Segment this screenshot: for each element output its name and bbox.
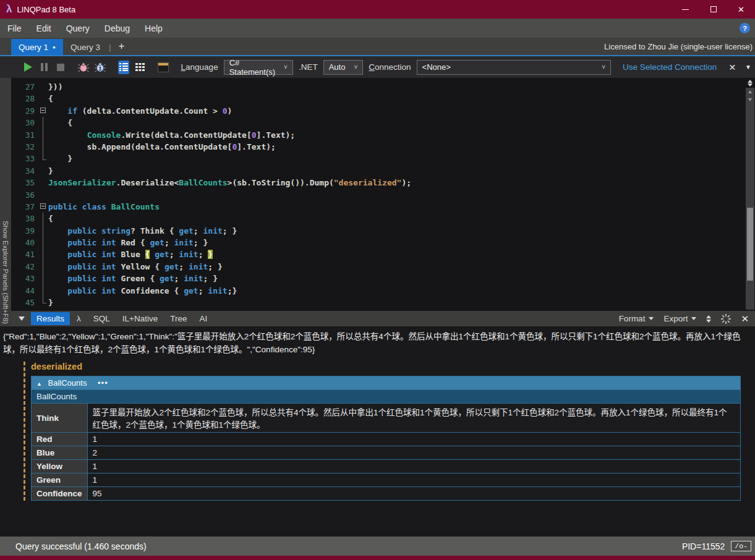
results-header-actions: Format Export ✕ — [619, 313, 749, 325]
run-button[interactable] — [22, 61, 33, 74]
line-number: 41 — [11, 248, 38, 260]
code-line-27[interactable]: 27})) — [11, 81, 755, 93]
query-tab-query-3[interactable]: Query 3 — [63, 39, 108, 55]
code-line-31[interactable]: 31 Console.Write(delta.ContentUpdate[0].… — [11, 129, 755, 141]
collapse-results-icon[interactable] — [19, 316, 25, 321]
results-tab-sql[interactable]: SQL — [88, 312, 116, 325]
dotnet-label: .NET — [299, 62, 318, 72]
dump-row-yellow[interactable]: Yellow1 — [32, 460, 741, 473]
fold-gutter[interactable] — [38, 105, 48, 117]
results-tab-il-native[interactable]: IL+Native — [117, 312, 163, 325]
editor-scrollbar[interactable] — [745, 78, 755, 311]
code-line-39[interactable]: 39 public string? Think { get; init; } — [11, 225, 755, 237]
language-dropdown[interactable]: C# Statement(s) ˅ — [224, 60, 293, 75]
code-line-37[interactable]: 37public class BallCounts — [11, 201, 755, 213]
results-tab-ai[interactable]: AI — [194, 312, 213, 325]
menu-item-debug[interactable]: Debug — [97, 21, 137, 36]
rich-text-results-button[interactable] — [118, 61, 129, 74]
format-dropdown[interactable]: Format — [619, 314, 654, 323]
menu-bar: FileEditQueryDebugHelp ? — [0, 19, 755, 38]
code-line-43[interactable]: 43 public int Green { get; init; } — [11, 273, 755, 284]
help-icon[interactable]: ? — [740, 23, 750, 33]
code-line-30[interactable]: 30 { — [11, 117, 755, 129]
code-text: public int Red { get; init; } — [48, 237, 208, 248]
debug-first-statement-button[interactable]: 1 — [95, 61, 106, 74]
refresh-spinner-icon[interactable] — [721, 314, 731, 324]
dump-table-header[interactable]: ▲ BallCounts ••• — [32, 376, 741, 390]
scroll-up-arrow[interactable] — [746, 88, 754, 96]
menu-item-edit[interactable]: Edit — [29, 21, 59, 36]
fold-guide-line — [43, 153, 46, 159]
code-line-32[interactable]: 32 sb.Append(delta.ContentUpdate[0].Text… — [11, 141, 755, 153]
fold-gutter — [38, 117, 48, 129]
code-line-29[interactable]: 29 if (delta.ContentUpdate.Count > 0) — [11, 105, 755, 117]
pause-icon — [41, 63, 48, 71]
code-area: 27}))28{29 if (delta.ContentUpdate.Count… — [11, 81, 755, 308]
code-line-34[interactable]: 34} — [11, 165, 755, 177]
use-selected-connection-link[interactable]: Use Selected Connection — [623, 62, 717, 72]
splitter-handle-icon[interactable] — [748, 78, 753, 88]
dump-row-blue[interactable]: Blue2 — [32, 446, 741, 460]
results-tab-results[interactable]: Results — [31, 312, 70, 325]
code-line-38[interactable]: 38{ — [11, 213, 755, 224]
menu-item-help[interactable]: Help — [137, 21, 170, 36]
dump-row-value: 95 — [87, 487, 740, 501]
collapse-table-icon[interactable]: ▲ — [36, 381, 42, 387]
query-tab-query-1[interactable]: Query 1● — [11, 39, 63, 55]
close-results-button[interactable]: ✕ — [741, 313, 749, 325]
panel-layout-icon — [158, 62, 169, 72]
scrollbar-thumb[interactable] — [747, 208, 753, 281]
pause-button[interactable] — [39, 61, 50, 74]
code-text: Console.Write(delta.ContentUpdate[0].Tex… — [48, 129, 295, 141]
code-line-35[interactable]: 35JsonSerializer.Deserialize<BallCounts>… — [11, 177, 755, 189]
connection-dropdown[interactable]: <None> ˅ — [417, 60, 611, 75]
code-text: })) — [48, 81, 62, 93]
scroll-down-arrow[interactable] — [746, 96, 754, 104]
code-line-44[interactable]: 44 public int Confidence { get; init;} — [11, 285, 755, 297]
export-dropdown[interactable]: Export — [663, 314, 696, 323]
results-tab-λ[interactable]: λ — [71, 312, 87, 325]
dump-row-red[interactable]: Red1 — [32, 433, 741, 446]
split-panel-button[interactable] — [706, 315, 711, 323]
explorer-panel-strip[interactable]: Show Explorer Panels (Shift+F8) — [0, 78, 11, 326]
debug-button[interactable] — [78, 61, 89, 74]
scrollbar-track[interactable] — [746, 88, 754, 310]
data-grid-results-button[interactable] — [135, 61, 146, 74]
fold-gutter[interactable] — [38, 201, 48, 213]
line-number: 33 — [11, 153, 38, 164]
dump-row-green[interactable]: Green1 — [32, 473, 741, 487]
minimize-button[interactable] — [672, 0, 699, 19]
table-more-button[interactable]: ••• — [98, 378, 108, 388]
line-number: 31 — [11, 129, 38, 141]
close-button[interactable]: ✕ — [727, 0, 755, 19]
dump-row-label: Green — [32, 473, 88, 487]
linqpad-logo-badge[interactable]: /o- — [731, 541, 751, 551]
stop-button[interactable] — [55, 61, 66, 74]
dump-row-confidence[interactable]: Confidence95 — [32, 487, 741, 501]
code-line-41[interactable]: 41 public int Blue { get; init; } — [11, 248, 755, 260]
clear-connection-button[interactable]: ✕ — [728, 62, 736, 72]
maximize-button[interactable] — [699, 0, 727, 19]
dump-row-label: Yellow — [32, 460, 88, 473]
new-tab-button[interactable]: + — [114, 40, 132, 55]
code-editor[interactable]: 27}))28{29 if (delta.ContentUpdate.Count… — [11, 78, 755, 311]
code-line-28[interactable]: 28{ — [11, 93, 755, 104]
results-panel-header: ResultsλSQLIL+NativeTreeAI Format Export… — [11, 311, 755, 326]
code-line-36[interactable]: 36 — [11, 189, 755, 201]
menu-item-file[interactable]: File — [0, 21, 29, 36]
code-line-33[interactable]: 33 } — [11, 153, 755, 164]
console-output: {"Red":1,"Blue":2,"Yellow":1,"Green":1,"… — [0, 326, 755, 357]
dotnet-dropdown[interactable]: Auto ˅ — [323, 60, 364, 75]
code-text: sb.Append(delta.ContentUpdate[0].Text); — [48, 141, 276, 153]
results-tab-tree[interactable]: Tree — [164, 312, 192, 325]
dump-row-think[interactable]: Think篮子里最开始放入2个红色球和2个蓝色球，所以总共有4个球。然后从中拿出… — [32, 404, 741, 433]
code-line-42[interactable]: 42 public int Yellow { get; init; } — [11, 261, 755, 273]
toolbar-overflow-button[interactable]: ▼ — [745, 64, 751, 70]
results-tabs: ResultsλSQLIL+NativeTreeAI — [31, 312, 213, 325]
panel-layout-button[interactable] — [158, 61, 169, 74]
menu-item-query[interactable]: Query — [59, 21, 97, 36]
dump-row-label: Blue — [32, 446, 88, 460]
fold-gutter — [38, 285, 48, 297]
code-line-45[interactable]: 45} — [11, 297, 755, 308]
code-line-40[interactable]: 40 public int Red { get; init; } — [11, 237, 755, 248]
